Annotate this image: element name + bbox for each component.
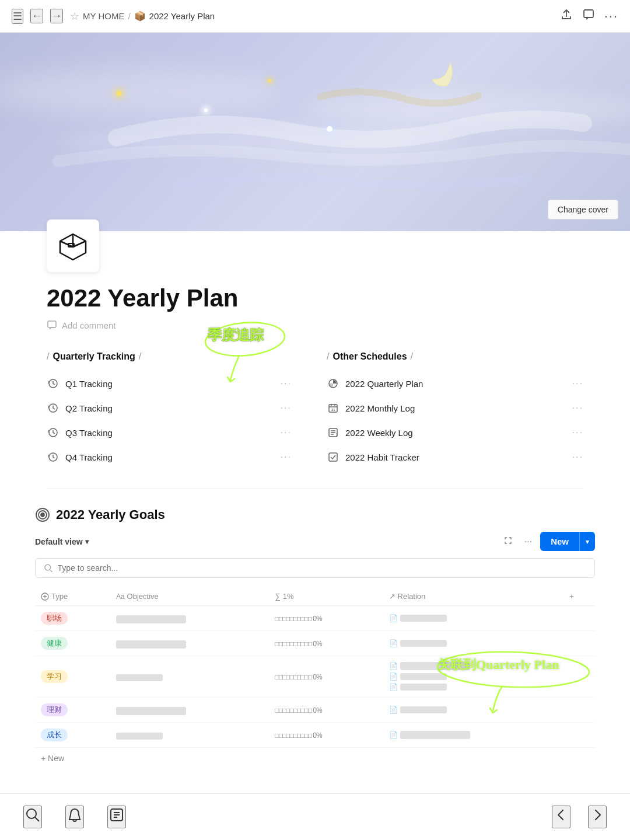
expand-button[interactable] [500, 534, 516, 550]
more-button[interactable]: ··· [604, 9, 618, 24]
relation-cell: 📄 📄 📄 [383, 656, 564, 698]
comment-button[interactable] [582, 8, 595, 24]
monthly-log-more[interactable]: ··· [572, 403, 583, 413]
progress-bar: □□□□□□□□□□ 0% [275, 640, 322, 648]
more-options-button[interactable]: ··· [521, 534, 536, 549]
col-relation: ↗ Relation [383, 587, 564, 606]
relation-item: 📄 [389, 662, 558, 670]
weekly-log-item[interactable]: 2022 Weekly Log ··· [327, 420, 583, 445]
goals-toolbar: Default view ▾ ··· New ▾ [35, 532, 595, 551]
type-cell: 健康 [35, 631, 110, 656]
section-divider [47, 488, 583, 489]
relation-item-3: 📄 [389, 683, 558, 691]
weekly-log-more[interactable]: ··· [572, 427, 583, 438]
goals-section-title: 2022 Yearly Goals [56, 507, 165, 522]
col-add[interactable]: + [564, 587, 595, 606]
table-row[interactable]: 理财 □□□□□□□□□□ 0% 📄 [35, 698, 595, 723]
menu-icon[interactable]: ☰ [12, 9, 23, 24]
quarterly-tracking-header: / Quarterly Tracking / [47, 351, 292, 362]
view-select[interactable]: Default view ▾ [35, 537, 89, 546]
add-comment-row[interactable]: Add comment [47, 320, 583, 330]
relation-doc-icon: 📄 [389, 639, 398, 647]
q4-more-dots[interactable]: ··· [281, 452, 292, 462]
page-title-area: 2022 Yearly Plan Add comment [0, 272, 630, 330]
toolbar-right: ··· New ▾ [500, 532, 595, 551]
q3-more-dots[interactable]: ··· [281, 427, 292, 438]
progress-bar: □□□□□□□□□□ 0% [275, 731, 322, 740]
quarterly-plan-more[interactable]: ··· [572, 378, 583, 389]
habit-tracker-more[interactable]: ··· [572, 452, 583, 462]
table-row[interactable]: 学习 □□□□□□□□□□ 0% 📄 [35, 656, 595, 698]
table-row[interactable]: 职场 □□□□□□□□□□ 0% 📄 [35, 606, 595, 631]
blurred-relation [400, 662, 470, 670]
blurred-relation [400, 640, 447, 647]
blurred-objective [116, 640, 186, 649]
table-row[interactable]: 成长 □□□□□□□□□□ 0% 📄 [35, 723, 595, 748]
search-nav-button[interactable] [23, 806, 42, 828]
breadcrumb-separator: / [128, 11, 130, 21]
share-button[interactable] [560, 8, 573, 24]
progress-bar: □□□□□□□□□□ 0% [275, 615, 322, 623]
goals-table: Type Aa Objective ∑ 1% [35, 587, 595, 748]
bell-nav-button[interactable] [65, 806, 84, 828]
col-type-label: Type [51, 592, 68, 601]
progress-col-icon: ∑ [275, 592, 281, 601]
type-cell: 理财 [35, 698, 110, 723]
add-relation-cell [564, 656, 595, 698]
svg-point-19 [27, 809, 36, 818]
habit-tracker-item[interactable]: 2022 Habit Tracker ··· [327, 445, 583, 469]
page-icon-area [0, 219, 630, 272]
nav-forward-button[interactable] [588, 806, 607, 828]
home-link[interactable]: MY HOME [83, 11, 124, 21]
progress-bar: □□□□□□□□□□ 0% [275, 673, 322, 681]
monthly-log-item[interactable]: 31 2022 Monthly Log ··· [327, 396, 583, 420]
add-new-label: + New [41, 754, 64, 763]
objective-col-icon: Aa [116, 592, 125, 601]
objective-cell [110, 631, 270, 656]
add-relation-cell [564, 631, 595, 656]
nav-back-button[interactable] [552, 806, 570, 828]
svg-rect-0 [584, 10, 593, 18]
table-row[interactable]: 健康 □□□□□□□□□□ 0% 📄 [35, 631, 595, 656]
relation-cell: 📄 [383, 698, 564, 723]
relation-item: 📄 [389, 614, 558, 622]
quarterly-plan-label: 2022 Quarterly Plan [345, 379, 572, 389]
tag-chengzhang: 成长 [41, 729, 68, 741]
q2-more-dots[interactable]: ··· [281, 403, 292, 413]
q3-tracking-label: Q3 Tracking [65, 428, 281, 438]
quarterly-plan-item[interactable]: 2022 Quarterly Plan ··· [327, 371, 583, 396]
page-icon-box [47, 219, 99, 272]
q4-tracking-item[interactable]: Q4 Tracking ··· [47, 445, 292, 469]
star-icon[interactable]: ☆ [70, 10, 79, 23]
q1-more-dots[interactable]: ··· [281, 378, 292, 389]
objective-cell [110, 723, 270, 748]
back-button[interactable]: ← [30, 9, 43, 23]
new-dropdown-button[interactable]: ▾ [579, 532, 595, 551]
relation-item: 📄 [389, 706, 558, 714]
blurred-relation [400, 731, 470, 739]
q3-tracking-item[interactable]: Q3 Tracking ··· [47, 420, 292, 445]
relation-doc-icon: 📄 [389, 614, 398, 622]
relation-doc-icon: 📄 [389, 706, 398, 714]
search-bar [35, 558, 595, 578]
tag-jiankang: 健康 [41, 637, 68, 650]
relation-item-2: 📄 [389, 672, 558, 681]
add-new-row[interactable]: + New [35, 748, 595, 769]
progress-cell: □□□□□□□□□□ 0% [270, 723, 383, 748]
svg-rect-12 [329, 453, 337, 461]
q1-tracking-item[interactable]: Q1 Tracking ··· [47, 371, 292, 396]
quarterly-tracking-title: Quarterly Tracking [52, 351, 135, 362]
q2-tracking-item[interactable]: Q2 Tracking ··· [47, 396, 292, 420]
search-icon [44, 563, 53, 573]
search-input[interactable] [58, 563, 586, 573]
goals-table-container: Type Aa Objective ∑ 1% [35, 587, 595, 769]
header-slash-right: / [139, 351, 141, 362]
new-button[interactable]: New [540, 532, 579, 551]
cover-streaks [0, 33, 630, 231]
topbar-left: ☰ ← → ☆ MY HOME / 📦 2022 Yearly Plan [12, 9, 560, 24]
monthly-log-label: 2022 Monthly Log [345, 403, 572, 413]
edit-nav-button[interactable] [107, 806, 126, 828]
blurred-relation-3 [400, 684, 447, 691]
forward-button[interactable]: → [50, 9, 63, 23]
change-cover-button[interactable]: Change cover [548, 200, 618, 219]
